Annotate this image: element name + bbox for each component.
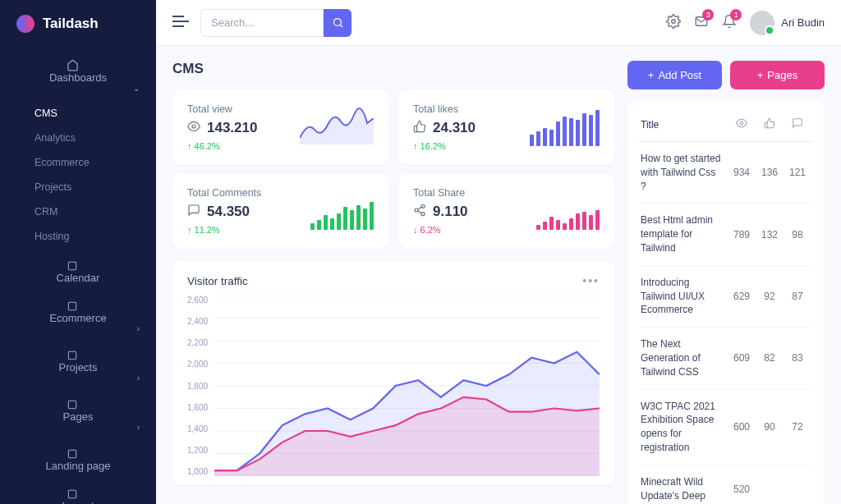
nav-sub-cms[interactable]: CMS — [0, 101, 156, 126]
comment-icon — [187, 204, 200, 220]
pages-button[interactable]: + Pages — [730, 61, 825, 89]
row-views: 934 — [728, 167, 756, 178]
nav-calendar[interactable]: Calendar — [0, 252, 156, 292]
chevron-down-icon: ⌄ — [133, 84, 140, 93]
eye-icon — [728, 117, 756, 131]
nav-label: Calendar — [57, 272, 100, 284]
menu-toggle-icon[interactable] — [172, 14, 189, 31]
row-likes: 82 — [756, 352, 784, 364]
stat-label: Total likes — [413, 103, 476, 115]
settings-button[interactable] — [666, 14, 681, 32]
layout-icon — [67, 448, 80, 460]
row-title: Best Html admin template for Tailwind — [641, 213, 728, 254]
nav-sub-crm[interactable]: CRM — [0, 199, 156, 224]
svg-point-19 — [421, 204, 425, 208]
svg-point-21 — [421, 213, 425, 216]
brand-logo[interactable]: Taildash — [0, 0, 156, 48]
nav-label: Layout — [62, 500, 94, 504]
stat-label: Total Comments — [187, 187, 261, 199]
nav-sub-analytics[interactable]: Analytics — [0, 126, 156, 150]
mail-badge: 3 — [702, 9, 714, 21]
search-box — [200, 9, 352, 37]
row-likes: 132 — [756, 229, 784, 241]
chart-y-axis: 2,6002,4002,2002,0001,8001,6001,4001,200… — [187, 296, 214, 476]
svg-line-22 — [418, 211, 422, 213]
brand-name: Taildash — [43, 16, 99, 32]
nav-layout[interactable]: Layout› — [0, 480, 156, 504]
avatar — [750, 11, 774, 35]
eye-icon — [187, 120, 200, 136]
nav-landing-page[interactable]: Landing page — [0, 440, 156, 480]
pages-label: Pages — [767, 69, 797, 81]
stat-label: Total view — [187, 103, 257, 115]
stat-label: Total Share — [413, 187, 468, 199]
topbar: 3 1 Ari Budin — [156, 0, 841, 46]
stat-total-comments: Total Comments 54.350 ↑ 11.2% — [172, 174, 388, 248]
nav-pages[interactable]: Pages› — [0, 391, 156, 440]
calendar-icon — [67, 260, 80, 272]
row-likes: 92 — [756, 291, 784, 302]
row-comments: 98 — [784, 229, 811, 241]
search-input[interactable] — [200, 9, 324, 37]
nav-sub-projects[interactable]: Projects — [0, 175, 156, 199]
add-post-button[interactable]: + Add Post — [627, 61, 722, 89]
traffic-chart — [214, 296, 600, 476]
table-row[interactable]: How to get started with Tailwind Css ? 9… — [639, 142, 813, 204]
svg-line-15 — [340, 25, 342, 27]
posts-table: Title How to get started with Tailwind C… — [627, 101, 825, 504]
svg-point-16 — [672, 19, 676, 23]
thumb-icon — [756, 117, 784, 131]
table-row[interactable]: Introducing Tailwind UI/UX Ecommerce 629… — [639, 266, 813, 328]
traffic-menu-button[interactable]: ••• — [582, 274, 600, 287]
page-title: CMS — [172, 61, 614, 77]
stat-change: ↓ 6.2% — [413, 225, 468, 235]
home-icon — [67, 59, 80, 71]
row-views: 609 — [728, 352, 756, 364]
file-icon — [67, 399, 80, 410]
chevron-right-icon: › — [137, 373, 140, 383]
row-comments: 87 — [784, 291, 811, 302]
svg-rect-4 — [68, 450, 76, 457]
search-button[interactable] — [324, 9, 352, 37]
stat-total-likes: Total likes 24.310 ↑ 16.2% — [398, 90, 614, 164]
table-row[interactable]: Minecraft Wild Update's Deep 520 — [639, 465, 813, 504]
nav-sub-ecommerce[interactable]: Ecommerce — [0, 150, 156, 175]
plus-icon: + — [757, 69, 764, 81]
cart-icon — [67, 300, 80, 312]
user-menu[interactable]: Ari Budin — [750, 11, 825, 35]
svg-point-14 — [333, 19, 341, 26]
mail-button[interactable]: 3 — [694, 14, 709, 32]
row-likes: 90 — [756, 421, 784, 433]
svg-point-18 — [192, 125, 195, 128]
row-views: 600 — [728, 421, 756, 433]
nav-sub-hosting[interactable]: Hosting — [0, 224, 156, 249]
notifications-button[interactable]: 1 — [722, 14, 737, 32]
user-name: Ari Budin — [781, 16, 825, 29]
table-row[interactable]: Best Html admin template for Tailwind 78… — [639, 204, 813, 265]
plus-icon: + — [648, 69, 655, 81]
table-header: Title — [639, 111, 813, 142]
svg-rect-0 — [68, 262, 76, 269]
chevron-right-icon: › — [137, 324, 140, 333]
th-title: Title — [641, 119, 728, 131]
nav-projects[interactable]: Projects› — [0, 341, 156, 391]
nav-ecommerce[interactable]: Ecommerce› — [0, 292, 156, 341]
nav-dashboards[interactable]: Dashboards ⌄ — [0, 51, 156, 101]
logo-icon — [16, 15, 34, 33]
row-views: 789 — [728, 229, 756, 241]
gear-icon — [666, 14, 681, 29]
row-title: W3C TPAC 2021 Exhibition Space opens for… — [641, 400, 728, 455]
chevron-right-icon: › — [137, 423, 140, 432]
stat-change: ↑ 46.2% — [187, 141, 257, 151]
stat-value: 54.350 — [207, 204, 250, 220]
stat-value: 24.310 — [433, 120, 476, 136]
row-comments: 72 — [784, 421, 811, 433]
stat-change: ↑ 16.2% — [413, 141, 476, 151]
row-title: Minecraft Wild Update's Deep — [641, 475, 728, 503]
thumb-icon — [413, 120, 426, 136]
sidebar: Taildash Dashboards ⌄ CMS Analytics Ecom… — [0, 0, 156, 504]
table-row[interactable]: W3C TPAC 2021 Exhibition Space opens for… — [639, 390, 813, 465]
row-title: How to get started with Tailwind Css ? — [641, 152, 728, 193]
table-row[interactable]: The Next Generation of Tailwind CSS 609 … — [639, 328, 813, 389]
visitor-traffic-card: Visitor traffic ••• 2,6002,4002,2002,000… — [172, 261, 614, 484]
